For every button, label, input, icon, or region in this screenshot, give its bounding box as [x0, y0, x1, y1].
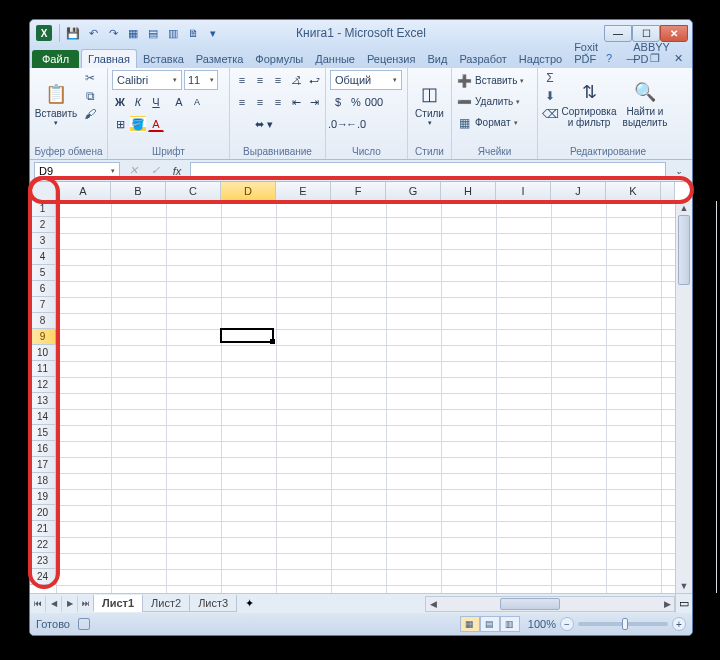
align-right-icon[interactable]: ≡ [270, 94, 286, 110]
page-break-view-icon[interactable]: ▥ [500, 616, 520, 632]
excel-app-icon[interactable]: X [36, 25, 52, 41]
increase-indent-icon[interactable]: ⇥ [306, 94, 322, 110]
split-box[interactable]: ▭ [675, 594, 692, 613]
column-header-H[interactable]: H [441, 182, 496, 201]
zoom-value[interactable]: 100% [528, 618, 556, 630]
row-header-4[interactable]: 4 [30, 249, 56, 265]
sort-filter-button[interactable]: ⇅ Сортировка и фильтр [562, 70, 616, 138]
column-header-K[interactable]: K [606, 182, 661, 201]
font-name-select[interactable]: Calibri▾ [112, 70, 182, 90]
sheet-prev-icon[interactable]: ◀ [46, 596, 62, 612]
format-cells-button[interactable]: ▦Формат▾ [456, 112, 518, 133]
row-header-12[interactable]: 12 [30, 377, 56, 393]
increase-font-icon[interactable]: A [171, 94, 187, 110]
tab-developer[interactable]: Разработ [453, 50, 512, 68]
tab-formulas[interactable]: Формулы [249, 50, 309, 68]
find-select-button[interactable]: 🔍 Найти и выделить [620, 70, 670, 138]
zoom-slider[interactable] [578, 622, 668, 626]
help-icon[interactable]: ? [599, 48, 619, 68]
align-center-icon[interactable]: ≡ [252, 94, 268, 110]
tab-data[interactable]: Данные [309, 50, 361, 68]
row-header-8[interactable]: 8 [30, 313, 56, 329]
tab-view[interactable]: Вид [421, 50, 453, 68]
border-icon[interactable]: ⊞ [112, 116, 128, 132]
tab-review[interactable]: Рецензия [361, 50, 422, 68]
align-middle-icon[interactable]: ≡ [252, 72, 268, 88]
column-header-D[interactable]: D [221, 182, 276, 201]
scroll-up-icon[interactable]: ▲ [676, 201, 692, 215]
tab-pagelayout[interactable]: Разметка [190, 50, 250, 68]
qat-btn-3[interactable]: ▥ [163, 23, 183, 43]
row-header-14[interactable]: 14 [30, 409, 56, 425]
doc-restore-icon[interactable]: ❐ [645, 48, 665, 68]
cancel-icon[interactable]: ✕ [124, 162, 142, 180]
percent-icon[interactable]: % [348, 94, 364, 110]
row-header-16[interactable]: 16 [30, 441, 56, 457]
clear-icon[interactable]: ⌫ [542, 106, 558, 122]
cut-icon[interactable]: ✂ [82, 70, 98, 86]
row-header-6[interactable]: 6 [30, 281, 56, 297]
increase-decimal-icon[interactable]: .0→ [330, 116, 346, 132]
zoom-out-icon[interactable]: − [560, 617, 574, 631]
expand-formula-icon[interactable]: ⌄ [670, 162, 688, 180]
sheet-last-icon[interactable]: ⏭ [78, 596, 94, 612]
decrease-decimal-icon[interactable]: ←.0 [348, 116, 364, 132]
row-header-5[interactable]: 5 [30, 265, 56, 281]
row-header-11[interactable]: 11 [30, 361, 56, 377]
sheet-first-icon[interactable]: ⏮ [30, 596, 46, 612]
qat-btn-1[interactable]: ▦ [123, 23, 143, 43]
enter-icon[interactable]: ✓ [146, 162, 164, 180]
number-format-select[interactable]: Общий▾ [330, 70, 402, 90]
doc-close-icon[interactable]: ✕ [668, 48, 688, 68]
font-size-select[interactable]: 11▾ [184, 70, 218, 90]
column-header-C[interactable]: C [166, 182, 221, 201]
redo-icon[interactable]: ↷ [103, 23, 123, 43]
row-header-3[interactable]: 3 [30, 233, 56, 249]
cells-area[interactable] [56, 201, 675, 593]
align-top-icon[interactable]: ≡ [234, 72, 250, 88]
row-header-2[interactable]: 2 [30, 217, 56, 233]
insert-cells-button[interactable]: ➕Вставить▾ [456, 70, 524, 91]
copy-icon[interactable]: ⧉ [82, 88, 98, 104]
row-header-1[interactable]: 1 [30, 201, 56, 217]
doc-minimize-icon[interactable]: — [622, 48, 642, 68]
name-box[interactable]: D9▾ [34, 162, 120, 180]
file-tab[interactable]: Файл [32, 50, 79, 68]
align-bottom-icon[interactable]: ≡ [270, 72, 286, 88]
sheet-tab-3[interactable]: Лист3 [189, 595, 237, 612]
hscroll-thumb[interactable] [500, 598, 560, 610]
row-header-10[interactable]: 10 [30, 345, 56, 361]
tab-addins[interactable]: Надстро [513, 50, 568, 68]
column-header-I[interactable]: I [496, 182, 551, 201]
qat-btn-2[interactable]: ▤ [143, 23, 163, 43]
zoom-slider-knob[interactable] [622, 618, 628, 630]
underline-button[interactable]: Ч [148, 94, 164, 110]
bold-button[interactable]: Ж [112, 94, 128, 110]
row-header-24[interactable]: 24 [30, 569, 56, 585]
horizontal-scrollbar[interactable]: ◀ ▶ [425, 596, 675, 612]
fx-button[interactable]: fx [168, 162, 186, 180]
row-header-17[interactable]: 17 [30, 457, 56, 473]
page-layout-view-icon[interactable]: ▤ [480, 616, 500, 632]
row-header-21[interactable]: 21 [30, 521, 56, 537]
column-header-G[interactable]: G [386, 182, 441, 201]
tab-insert[interactable]: Вставка [137, 50, 190, 68]
column-header-E[interactable]: E [276, 182, 331, 201]
formula-input[interactable] [190, 162, 666, 180]
undo-icon[interactable]: ↶ [83, 23, 103, 43]
comma-icon[interactable]: 000 [366, 94, 382, 110]
align-left-icon[interactable]: ≡ [234, 94, 250, 110]
column-header-J[interactable]: J [551, 182, 606, 201]
vertical-scrollbar[interactable]: ▲ ▼ [675, 201, 692, 593]
italic-button[interactable]: К [130, 94, 146, 110]
wrap-text-icon[interactable]: ⮐ [306, 72, 322, 88]
scroll-right-icon[interactable]: ▶ [660, 599, 674, 609]
save-icon[interactable]: 💾 [63, 23, 83, 43]
row-header-15[interactable]: 15 [30, 425, 56, 441]
fill-icon[interactable]: ⬇ [542, 88, 558, 104]
row-header-13[interactable]: 13 [30, 393, 56, 409]
orientation-icon[interactable]: ⦨ [288, 72, 304, 88]
active-cell[interactable] [220, 328, 274, 343]
qat-more-icon[interactable]: ▾ [203, 23, 223, 43]
font-color-icon[interactable]: A [148, 116, 164, 132]
